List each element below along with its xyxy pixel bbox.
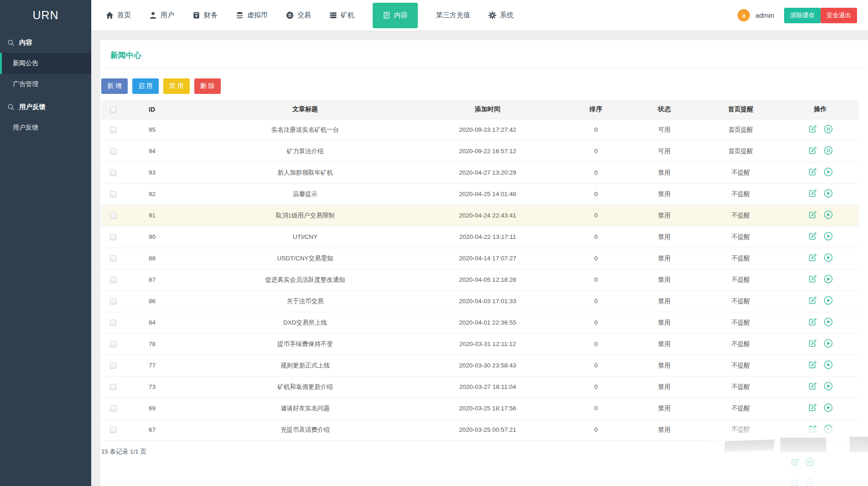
row-checkbox[interactable]: [110, 148, 116, 155]
edit-icon[interactable]: [808, 360, 817, 369]
nav-item-virtual-coin[interactable]: 虚拟币: [236, 0, 268, 31]
cell-time: 2020-04-24 22:43:41: [412, 205, 563, 226]
row-checkbox[interactable]: [110, 384, 116, 390]
row-checkbox[interactable]: [110, 277, 116, 283]
sidebar-item-ad-management[interactable]: 广告管理: [0, 74, 91, 95]
play-icon[interactable]: [824, 382, 833, 391]
table-row: 90UTI/CNY2020-04-22 13:17:110禁用不提醒: [101, 226, 859, 248]
nav-item-third-party-recharge[interactable]: 第三方充值: [436, 0, 470, 31]
cell-status: 禁用: [629, 248, 700, 269]
nav-item-label: 首页: [117, 11, 131, 20]
sidebar-item-user-feedback[interactable]: 用户反馈: [0, 117, 91, 138]
row-checkbox[interactable]: [110, 298, 116, 305]
edit-icon[interactable]: [808, 296, 817, 305]
play-icon[interactable]: [824, 360, 833, 369]
cell-time: 2020-09-22 16:57:12: [412, 140, 563, 162]
safe-logout-button[interactable]: 安全退出: [821, 8, 857, 23]
cell-sort: 0: [563, 290, 629, 312]
nav-item-system[interactable]: 系统: [489, 0, 514, 31]
row-checkbox[interactable]: [110, 255, 116, 262]
nav-item-users[interactable]: 用户: [149, 0, 174, 31]
edit-icon[interactable]: [808, 339, 817, 348]
column-header: 操作: [782, 100, 859, 119]
nav-item-home[interactable]: 首页: [106, 0, 131, 31]
cell-title: 提币手续费保持不变: [198, 333, 412, 355]
edit-icon[interactable]: [808, 232, 817, 241]
pause-icon[interactable]: [824, 146, 833, 155]
edit-icon[interactable]: [808, 124, 817, 134]
cell-id: 90: [125, 226, 198, 248]
delete-button[interactable]: 删 除: [194, 78, 221, 94]
pause-icon[interactable]: [824, 124, 833, 134]
home-icon: [106, 11, 114, 19]
row-checkbox[interactable]: [110, 362, 116, 369]
table-row: 84DXD交易所上线2020-04-01 22:36:550禁用不提醒: [101, 312, 859, 333]
row-checkbox[interactable]: [110, 127, 116, 133]
username[interactable]: admin: [755, 11, 774, 19]
edit-icon[interactable]: [808, 382, 817, 391]
row-checkbox[interactable]: [110, 212, 116, 219]
edit-icon[interactable]: [808, 189, 817, 198]
edit-icon[interactable]: [808, 274, 817, 284]
coins-icon: [236, 11, 244, 19]
sidebar-item-news-announcements[interactable]: 新闻公告: [0, 53, 91, 74]
cell-time: 2020-03-25 00:57:21: [412, 419, 563, 440]
nav-item-miner[interactable]: 矿机: [329, 0, 354, 31]
add-button[interactable]: 新 增: [101, 78, 128, 94]
row-checkbox[interactable]: [110, 427, 116, 433]
cell-title: 新人加群领取年矿机: [198, 162, 412, 183]
row-checkbox[interactable]: [110, 320, 116, 326]
row-checkbox[interactable]: [110, 234, 116, 240]
table-row: 78提币手续费保持不变2020-03-31 12:11:120禁用不提醒: [101, 333, 859, 355]
clear-cache-button[interactable]: 清除缓存: [784, 8, 821, 23]
toolbar: 新 增启 用禁 用删 除: [100, 68, 868, 100]
edit-icon[interactable]: [808, 403, 817, 412]
edit-icon[interactable]: [808, 253, 817, 262]
sidebar-section-content[interactable]: 内容: [0, 31, 91, 53]
play-icon[interactable]: [824, 403, 833, 412]
cell-id: 88: [125, 248, 198, 269]
nav-item-trade[interactable]: 交易: [286, 0, 311, 31]
edit-icon[interactable]: [808, 424, 817, 434]
play-icon[interactable]: [824, 167, 833, 176]
cell-sort: 0: [563, 162, 629, 183]
sidebar: URN 内容新闻公告广告管理用户反馈用户反馈: [0, 0, 91, 486]
column-header: ID: [125, 100, 198, 119]
nav-item-content[interactable]: 内容: [373, 3, 418, 28]
disable-button[interactable]: 禁 用: [163, 78, 190, 94]
avatar[interactable]: a: [738, 9, 750, 21]
sidebar-menu: 内容新闻公告广告管理用户反馈用户反馈: [0, 31, 91, 138]
edit-icon[interactable]: [808, 317, 817, 326]
sidebar-section-user-feedback[interactable]: 用户反馈: [0, 95, 91, 117]
cell-status: 禁用: [629, 183, 700, 205]
play-icon[interactable]: [824, 210, 833, 219]
play-icon[interactable]: [824, 253, 833, 262]
cell-id: 69: [125, 398, 198, 419]
edit-icon[interactable]: [808, 210, 817, 219]
topbar: 首页用户¥财务虚拟币交易矿机内容第三方充值系统 a admin 清除缓存安全退出: [91, 0, 868, 31]
row-checkbox[interactable]: [110, 170, 116, 176]
ghost-icons: [790, 479, 814, 486]
play-icon[interactable]: [824, 424, 833, 434]
cell-title: 矿力算法介绍: [198, 140, 412, 162]
play-icon[interactable]: [824, 189, 833, 198]
row-checkbox[interactable]: [110, 405, 116, 412]
row-checkbox[interactable]: [110, 341, 116, 347]
play-icon[interactable]: [824, 339, 833, 348]
table-row: 77规则更新正式上线2020-03-30 23:58:430禁用不提醒: [101, 355, 859, 376]
play-icon[interactable]: [824, 296, 833, 305]
play-icon[interactable]: [824, 317, 833, 326]
enable-button[interactable]: 启 用: [132, 78, 159, 94]
select-all-checkbox[interactable]: [110, 107, 116, 113]
table-row: 91取消1级用户交易限制2020-04-24 22:43:410禁用不提醒: [101, 205, 859, 226]
nav-item-finance[interactable]: ¥财务: [192, 0, 218, 31]
play-icon[interactable]: [824, 232, 833, 241]
edit-icon[interactable]: [808, 167, 817, 176]
cell-sort: 0: [563, 398, 629, 419]
cell-status: 禁用: [629, 290, 700, 312]
play-icon[interactable]: [824, 274, 833, 284]
cell-time: 2020-03-31 12:11:12: [412, 333, 563, 355]
edit-icon[interactable]: [808, 146, 817, 155]
sidebar-section-label: 内容: [19, 38, 32, 47]
row-checkbox[interactable]: [110, 191, 116, 197]
